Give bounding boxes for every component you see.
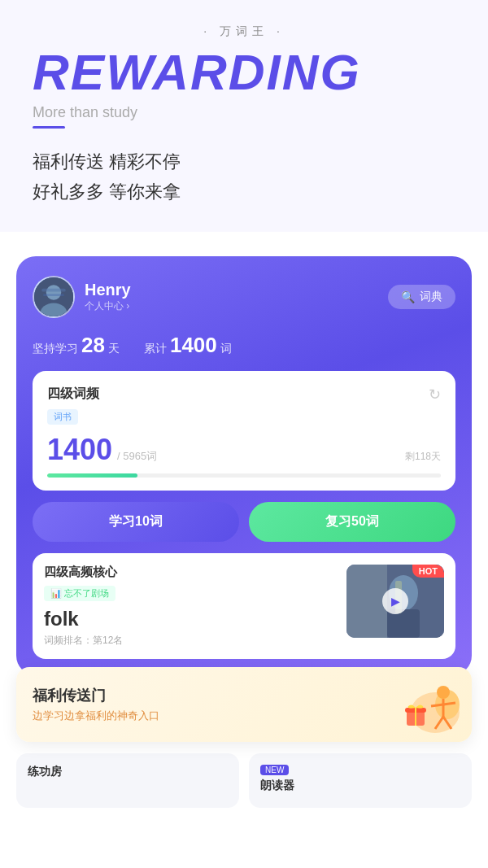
svg-point-1	[46, 285, 61, 299]
nav-reader-new-badge: NEW	[260, 765, 289, 775]
video-rank: 词频排名：第12名	[44, 634, 335, 648]
progress-fill	[47, 473, 137, 478]
dict-label: 词典	[420, 290, 442, 304]
welfare-title: 福利传送门	[33, 686, 159, 705]
book-tag: 词书	[47, 409, 78, 425]
dict-button[interactable]: 🔍 词典	[388, 285, 455, 309]
card-area: Henry 个人中心 › 🔍 词典 坚持学习 28 天 累计 1400 词 四级…	[16, 256, 472, 675]
action-row: 学习10词 复习50词	[33, 502, 455, 542]
word-count-row: 1400 / 5965词 剩118天	[47, 433, 441, 467]
total-count: / 5965词	[117, 449, 157, 464]
video-tag: 📊 忘不了剧场	[44, 586, 115, 601]
app-subtitle: · 万词王 ·	[33, 24, 455, 39]
welfare-banner[interactable]: 福利传送门 边学习边拿福利的神奇入口	[16, 667, 472, 742]
play-icon[interactable]: ▶	[382, 588, 408, 614]
card-title: 四级词频	[47, 386, 99, 403]
profile-row: Henry 个人中心 › 🔍 词典	[33, 276, 455, 318]
promo-text: 福利传送 精彩不停 好礼多多 等你来拿	[33, 146, 455, 207]
main-title: REWARDING	[33, 47, 455, 98]
svg-point-12	[437, 686, 450, 699]
bar-chart-icon: 📊	[50, 588, 62, 599]
review-button[interactable]: 复习50词	[249, 502, 455, 542]
underline-bar	[33, 126, 65, 129]
video-info: 四级高频核心 📊 忘不了剧场 folk 词频排名：第12名	[44, 565, 335, 648]
word-card: 四级词频 ↻ 词书 1400 / 5965词 剩118天	[33, 371, 455, 491]
svg-rect-3	[41, 289, 66, 292]
welfare-illustration	[390, 680, 455, 729]
refresh-icon[interactable]: ↻	[429, 386, 441, 403]
stat-total-words: 1400	[170, 333, 217, 358]
welfare-subtitle: 边学习边拿福利的神奇入口	[33, 709, 159, 723]
stat-total-unit: 词	[220, 342, 232, 356]
card-header: 四级词频 ↻	[47, 386, 441, 403]
bottom-section: 福利传送门 边学习边拿福利的神奇入口	[16, 667, 472, 808]
stat-total-label: 累计	[144, 342, 167, 356]
nav-card-practice[interactable]: 练功房	[16, 753, 239, 808]
stat-study-days: 28	[81, 333, 105, 358]
study-button[interactable]: 学习10词	[33, 502, 239, 542]
stats-row: 坚持学习 28 天 累计 1400 词	[33, 333, 455, 358]
hot-badge: HOT	[412, 565, 444, 578]
top-section: · 万词王 · REWARDING More than study 福利传送 精…	[0, 0, 488, 232]
stat-study-label: 坚持学习	[33, 342, 78, 356]
welfare-text-area: 福利传送门 边学习边拿福利的神奇入口	[33, 686, 159, 723]
username: Henry	[85, 281, 131, 299]
nav-practice-label: 练功房	[28, 765, 62, 779]
promo-line1: 福利传送 精彩不停	[33, 146, 455, 177]
profile-left: Henry 个人中心 ›	[33, 276, 131, 318]
avatar-inner	[34, 277, 73, 316]
video-title: 四级高频核心	[44, 565, 335, 580]
bottom-nav-row: 练功房 NEW 朗读器	[16, 753, 472, 808]
svg-rect-8	[346, 565, 387, 638]
stat-study: 坚持学习 28 天	[33, 333, 120, 358]
current-count: 1400	[47, 433, 112, 467]
video-card[interactable]: 四级高频核心 📊 忘不了剧场 folk 词频排名：第12名 ▶ HOT	[33, 553, 455, 659]
nav-reader-label: 朗读器	[260, 779, 294, 793]
remaining: 剩118天	[405, 450, 441, 464]
progress-bar	[47, 473, 441, 478]
stat-total: 累计 1400 词	[144, 333, 232, 358]
video-word: folk	[44, 608, 335, 630]
search-icon: 🔍	[401, 290, 415, 303]
nav-card-reader[interactable]: NEW 朗读器	[249, 753, 472, 808]
profile-info: Henry 个人中心 ›	[85, 281, 131, 313]
subtitle: More than study	[33, 104, 455, 121]
svg-rect-4	[43, 294, 64, 296]
video-thumbnail[interactable]: ▶ HOT	[346, 565, 444, 638]
profile-link[interactable]: 个人中心 ›	[85, 299, 131, 313]
avatar	[33, 276, 75, 318]
stat-study-unit: 天	[108, 342, 120, 356]
promo-line2: 好礼多多 等你来拿	[33, 177, 455, 207]
